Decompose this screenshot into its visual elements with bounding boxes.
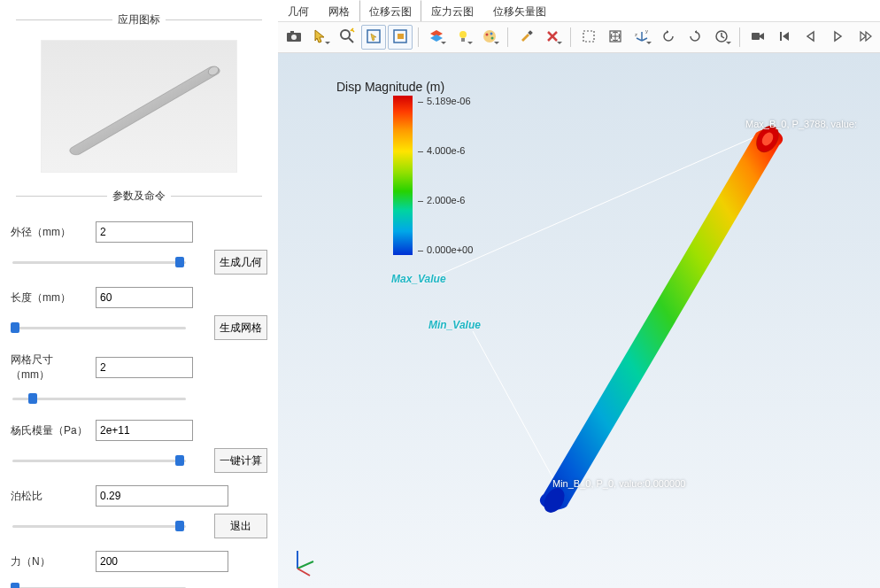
compute-button[interactable]: 一键计算 xyxy=(214,448,267,473)
screenshot-button[interactable] xyxy=(282,25,306,50)
poisson-label: 泊松比 xyxy=(11,489,90,504)
play-icon xyxy=(829,27,846,48)
max-value-annotation: Max_Value xyxy=(391,273,446,285)
svg-point-9 xyxy=(459,31,467,38)
play-button[interactable] xyxy=(825,25,850,50)
clear-button[interactable] xyxy=(513,25,538,50)
skip-back-icon xyxy=(776,27,793,48)
lighting-button[interactable] xyxy=(451,25,475,50)
cursor-button[interactable] xyxy=(308,25,333,50)
mesh-size-slider[interactable] xyxy=(11,390,188,407)
main-area: 几何 网格 位移云图 应力云图 位移矢量图 zy Disp xyxy=(278,0,880,588)
young-label: 杨氏模量（Pa） xyxy=(11,423,90,438)
svg-line-31 xyxy=(297,561,313,569)
min-point-label: Min_B_0, P_0, value:0.000000 xyxy=(552,478,685,489)
fit-view-icon xyxy=(606,27,624,48)
gen-mesh-button[interactable]: 生成网格 xyxy=(214,315,267,340)
first-frame-button[interactable] xyxy=(772,25,797,50)
svg-rect-24 xyxy=(780,32,782,41)
rotate-ccw-button[interactable] xyxy=(656,25,681,50)
young-slider[interactable] xyxy=(11,452,188,469)
view-toolbar: zy xyxy=(278,21,880,53)
svg-point-14 xyxy=(491,36,494,39)
delete-icon xyxy=(544,27,561,48)
layers-icon xyxy=(428,27,445,48)
marquee-button[interactable] xyxy=(576,25,601,50)
toolbar-separator xyxy=(570,27,571,47)
brush-icon xyxy=(517,27,535,48)
tab-disp-contour[interactable]: 位移云图 xyxy=(359,0,421,21)
app-icon-preview xyxy=(41,40,237,173)
rotate-ccw-icon xyxy=(660,27,677,48)
svg-rect-23 xyxy=(752,33,760,40)
next-frame-button[interactable] xyxy=(852,25,876,50)
marquee-icon xyxy=(580,27,598,48)
camera-icon xyxy=(285,27,303,48)
magnifier-icon xyxy=(338,27,356,48)
icon-group-title: 应用图标 xyxy=(11,12,267,27)
tab-stress-contour[interactable]: 应力云图 xyxy=(421,0,483,21)
step-back-icon xyxy=(802,27,820,48)
svg-rect-8 xyxy=(398,34,404,39)
force-slider[interactable] xyxy=(11,579,188,588)
svg-rect-10 xyxy=(461,38,465,42)
force-input[interactable] xyxy=(96,551,228,572)
rotate-cw-icon xyxy=(686,27,704,48)
palette-icon xyxy=(481,27,498,48)
min-value-annotation: Min_Value xyxy=(428,319,481,331)
outer-diameter-slider[interactable] xyxy=(11,253,188,271)
select-point-button[interactable] xyxy=(361,25,386,50)
result-model xyxy=(278,53,875,588)
clock-icon xyxy=(713,27,730,48)
toolbar-separator xyxy=(507,27,508,47)
svg-point-2 xyxy=(291,35,297,40)
select-rect-icon xyxy=(391,27,409,48)
length-label: 长度（mm） xyxy=(11,290,90,306)
outer-diameter-label: 外径（mm） xyxy=(11,225,90,240)
mesh-size-label: 网格尺寸（mm） xyxy=(11,352,90,383)
select-point-icon xyxy=(365,27,382,48)
toolbar-separator xyxy=(739,27,740,47)
length-slider[interactable] xyxy=(11,319,188,337)
svg-line-32 xyxy=(297,569,310,576)
view-tabs: 几何 网格 位移云图 应力云图 位移矢量图 xyxy=(278,0,880,21)
svg-text:y: y xyxy=(645,28,648,34)
cursor-icon xyxy=(312,27,329,48)
layers-button[interactable] xyxy=(424,25,449,50)
svg-point-12 xyxy=(486,33,489,35)
lightbulb-icon xyxy=(454,27,472,48)
outer-diameter-input[interactable] xyxy=(96,221,193,243)
rotate-cw-button[interactable] xyxy=(683,25,707,50)
gen-geometry-button[interactable]: 生成几何 xyxy=(214,250,267,275)
poisson-input[interactable] xyxy=(96,485,228,507)
svg-rect-18 xyxy=(583,31,594,42)
length-input[interactable] xyxy=(96,287,193,308)
svg-line-26 xyxy=(473,331,558,487)
sidebar: 应用图标 参数及命令 外径（mm） 生成几何 长度（mm） xyxy=(0,0,278,588)
svg-text:z: z xyxy=(635,32,637,37)
svg-line-5 xyxy=(349,38,353,43)
young-input[interactable] xyxy=(96,420,193,441)
select-rect-button[interactable] xyxy=(388,25,413,50)
tab-disp-vector[interactable]: 位移矢量图 xyxy=(483,0,556,21)
record-button[interactable] xyxy=(745,25,770,50)
params-group-title: 参数及命令 xyxy=(11,189,267,204)
time-button[interactable] xyxy=(709,25,734,50)
mesh-size-input[interactable] xyxy=(96,357,193,378)
zoom-button[interactable] xyxy=(335,25,359,50)
fit-view-button[interactable] xyxy=(603,25,628,50)
poisson-slider[interactable] xyxy=(11,517,188,535)
tab-geometry[interactable]: 几何 xyxy=(278,0,319,21)
delete-button[interactable] xyxy=(540,25,565,50)
palette-button[interactable] xyxy=(477,25,502,50)
tab-mesh[interactable]: 网格 xyxy=(319,0,359,21)
prev-frame-button[interactable] xyxy=(799,25,823,50)
step-forward-icon xyxy=(855,27,873,48)
svg-point-13 xyxy=(490,32,493,35)
exit-button[interactable]: 退出 xyxy=(214,514,267,538)
svg-point-4 xyxy=(341,30,350,39)
axis-view-button[interactable]: zy xyxy=(629,25,654,50)
video-icon xyxy=(749,27,767,48)
max-point-label: Max_B_0, P_3788, value: xyxy=(745,119,857,129)
viewport-3d[interactable]: Disp Magnitude (m) 5.189e-06 4.000e-6 2.… xyxy=(278,53,880,588)
